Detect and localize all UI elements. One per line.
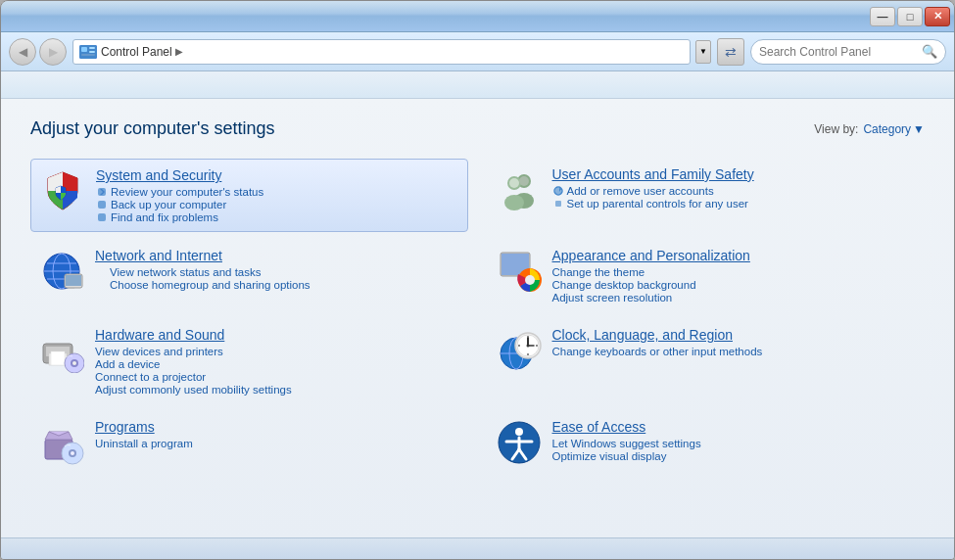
search-box[interactable]: 🔍 [750, 39, 946, 65]
status-bar [1, 537, 954, 559]
toolbar [1, 71, 954, 99]
network-link-0[interactable]: View network status and tasks [95, 266, 460, 278]
net-bullet-0 [95, 266, 107, 278]
user-accounts-title[interactable]: User Accounts and Family Safety [552, 166, 918, 182]
svg-point-28 [525, 275, 535, 285]
categories-grid: System and Security Review your computer… [30, 159, 925, 474]
category-programs[interactable]: Programs Uninstall a program [30, 411, 468, 474]
programs-text: Programs Uninstall a program [95, 419, 460, 449]
system-security-text: System and Security Review your computer… [96, 167, 459, 223]
category-appearance[interactable]: Appearance and Personalization Change th… [488, 240, 926, 311]
path-label: Control Panel [101, 45, 172, 59]
ease-of-access-title[interactable]: Ease of Access [552, 419, 918, 435]
system-link-1[interactable]: Back up your computer [96, 199, 459, 210]
network-links: View network status and tasks Choose hom… [95, 266, 460, 291]
user-link-1[interactable]: Set up parental controls for any user [552, 198, 918, 210]
svg-point-47 [518, 345, 520, 347]
svg-point-43 [526, 345, 529, 348]
hardware-link-1[interactable]: Add a device [95, 358, 460, 370]
system-security-icon [39, 167, 86, 214]
view-by-value-text: Category [863, 122, 911, 136]
svg-rect-15 [555, 188, 561, 194]
category-network-internet[interactable]: Network and Internet View network status… [30, 240, 468, 311]
bullet-icon [96, 199, 108, 210]
address-dropdown-button[interactable]: ▼ [695, 40, 711, 64]
system-link-0[interactable]: Review your computer's status [96, 186, 459, 198]
hardware-link-0[interactable]: View devices and printers [95, 346, 460, 357]
svg-point-11 [504, 195, 524, 210]
category-hardware-sound[interactable]: Hardware and Sound View devices and prin… [30, 319, 468, 403]
svg-point-46 [527, 353, 529, 355]
hardware-title[interactable]: Hardware and Sound [95, 327, 460, 343]
programs-icon [38, 419, 85, 466]
system-security-title[interactable]: System and Security [96, 167, 459, 183]
programs-link-0[interactable]: Uninstall a program [95, 438, 460, 449]
ease-link-1[interactable]: Optimize visual display [552, 450, 918, 462]
svg-rect-24 [69, 287, 74, 289]
svg-point-35 [72, 361, 76, 365]
clock-link-0[interactable]: Change keyboards or other input methods [552, 346, 918, 357]
svg-rect-5 [98, 188, 106, 196]
minimize-button[interactable]: — [870, 7, 895, 26]
view-by-label: View by: [814, 122, 858, 136]
address-path[interactable]: Control Panel ▶ [72, 39, 691, 65]
path-arrow: ▶ [175, 46, 183, 57]
appearance-links: Change the theme Change desktop backgrou… [552, 266, 918, 303]
system-security-links: Review your computer's status Back up yo… [96, 186, 459, 223]
clock-links: Change keyboards or other input methods [552, 346, 918, 357]
search-icon: 🔍 [922, 44, 937, 59]
uac-bullet-icon-2 [552, 198, 564, 210]
net-bullet-1 [95, 279, 107, 291]
hardware-text: Hardware and Sound View devices and prin… [95, 327, 460, 396]
search-input[interactable] [759, 45, 918, 59]
category-system-security[interactable]: System and Security Review your computer… [30, 159, 468, 232]
view-by-arrow-icon: ▼ [913, 122, 925, 136]
view-by-dropdown[interactable]: Category ▼ [863, 122, 925, 136]
appearance-link-1[interactable]: Change desktop background [552, 279, 918, 291]
uac-bullet-icon [552, 185, 564, 197]
address-bar: ◀ ▶ Control Panel ▶ ▼ ⇄ [1, 32, 954, 71]
hardware-links: View devices and printers Add a device C… [95, 346, 460, 396]
svg-rect-32 [51, 351, 65, 365]
clock-title[interactable]: Clock, Language, and Region [552, 327, 918, 343]
page-title: Adjust your computer's settings [30, 118, 275, 139]
svg-rect-7 [98, 213, 106, 221]
user-accounts-icon [496, 166, 543, 213]
hardware-link-3[interactable]: Adjust commonly used mobility settings [95, 384, 460, 396]
network-title[interactable]: Network and Internet [95, 248, 460, 263]
category-user-accounts[interactable]: User Accounts and Family Safety Add or r… [488, 159, 926, 232]
appearance-title[interactable]: Appearance and Personalization [552, 248, 918, 263]
hardware-sound-icon [38, 327, 85, 374]
clock-text: Clock, Language, and Region Change keybo… [552, 327, 918, 357]
category-clock-language[interactable]: Clock, Language, and Region Change keybo… [488, 319, 926, 403]
forward-button[interactable]: ▶ [39, 38, 67, 66]
svg-rect-6 [98, 201, 106, 209]
close-button[interactable]: ✕ [925, 7, 950, 26]
programs-title[interactable]: Programs [95, 419, 460, 435]
refresh-arrows-button[interactable]: ⇄ [717, 38, 744, 66]
appearance-link-2[interactable]: Adjust screen resolution [552, 292, 918, 303]
bullet-icon [96, 211, 108, 223]
clock-language-icon [496, 327, 543, 374]
network-text: Network and Internet View network status… [95, 248, 460, 291]
main-window: — □ ✕ ◀ ▶ Control Pa [0, 0, 955, 560]
category-ease-of-access[interactable]: Ease of Access Let Windows suggest setti… [488, 411, 926, 474]
page-title-row: Adjust your computer's settings View by:… [30, 118, 925, 139]
nav-buttons: ◀ ▶ [9, 38, 67, 66]
back-button[interactable]: ◀ [9, 38, 36, 66]
system-link-2[interactable]: Find and fix problems [96, 211, 459, 223]
view-by-control: View by: Category ▼ [814, 122, 925, 136]
hardware-link-2[interactable]: Connect to a projector [95, 371, 460, 383]
ease-link-0[interactable]: Let Windows suggest settings [552, 438, 918, 449]
window-controls: — □ ✕ [870, 7, 950, 26]
maximize-button[interactable]: □ [897, 7, 923, 26]
user-link-0[interactable]: Add or remove user accounts [552, 185, 918, 197]
programs-links: Uninstall a program [95, 438, 460, 449]
appearance-link-0[interactable]: Change the theme [552, 266, 918, 278]
svg-point-45 [536, 345, 538, 347]
svg-rect-2 [89, 47, 95, 49]
user-accounts-links: Add or remove user accounts Set up paren… [552, 185, 918, 210]
ease-of-access-icon [496, 419, 543, 466]
svg-point-44 [527, 336, 529, 338]
network-link-1[interactable]: Choose homegroup and sharing options [95, 279, 460, 291]
